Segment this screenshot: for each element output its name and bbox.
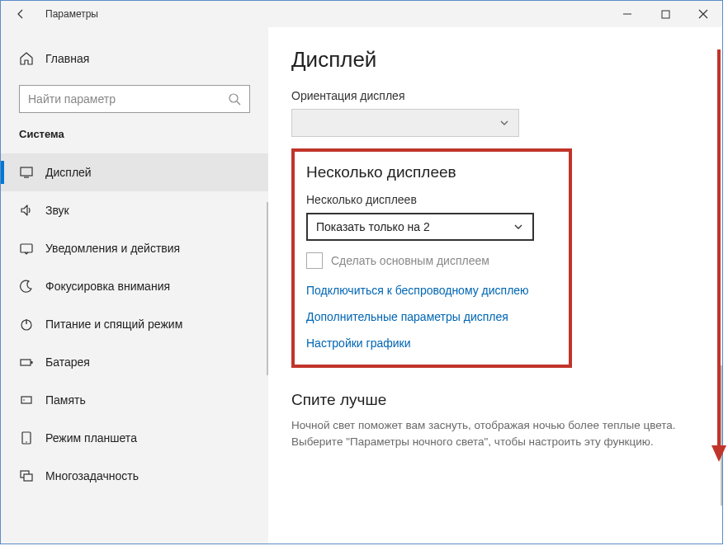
chevron-down-icon — [513, 221, 524, 233]
sidebar: Главная Система Дисплей Звук Уведомлени — [1, 27, 268, 544]
titlebar: Параметры — [1, 1, 722, 27]
battery-icon — [19, 355, 34, 369]
multitasking-icon — [19, 468, 34, 483]
link-advanced-display[interactable]: Дополнительные параметры дисплея — [306, 310, 557, 323]
sidebar-nav: Дисплей Звук Уведомления и действия Фоку… — [1, 153, 268, 495]
sidebar-home[interactable]: Главная — [1, 42, 268, 75]
sleep-better-title: Спите лучше — [291, 391, 699, 409]
page-title: Дисплей — [291, 47, 699, 73]
make-main-display-checkbox[interactable] — [306, 252, 323, 269]
maximize-button[interactable] — [646, 1, 684, 27]
sidebar-item-label: Режим планшета — [45, 431, 137, 445]
sidebar-home-label: Главная — [45, 52, 89, 65]
link-graphics-settings[interactable]: Настройки графики — [306, 336, 557, 350]
sidebar-item-label: Уведомления и действия — [45, 242, 180, 255]
svg-rect-12 — [24, 474, 32, 481]
search-icon — [228, 92, 241, 106]
multi-displays-dropdown[interactable]: Показать только на 2 — [306, 213, 534, 241]
annotation-arrow — [715, 49, 725, 462]
svg-rect-0 — [662, 11, 669, 18]
orientation-label: Ориентация дисплея — [291, 89, 699, 102]
maximize-icon — [661, 10, 670, 19]
search-input-wrapper[interactable] — [19, 85, 250, 113]
window-title: Параметры — [40, 8, 98, 20]
sidebar-item-power[interactable]: Питание и спящий режим — [1, 305, 268, 343]
sleep-better-text: Ночной свет поможет вам заснуть, отображ… — [291, 417, 688, 451]
sound-icon — [19, 203, 34, 218]
display-icon — [19, 165, 34, 180]
sidebar-item-tablet[interactable]: Режим планшета — [1, 419, 268, 457]
close-button[interactable] — [684, 1, 722, 27]
sidebar-item-label: Многозадачность — [45, 469, 139, 482]
chevron-down-icon — [499, 117, 510, 129]
svg-point-1 — [229, 94, 238, 102]
minimize-button[interactable] — [608, 1, 646, 27]
sidebar-category: Система — [1, 128, 268, 148]
link-wireless-display[interactable]: Подключиться к беспроводному дисплею — [306, 284, 557, 297]
storage-icon — [19, 393, 34, 407]
minimize-icon — [622, 9, 632, 19]
sidebar-item-storage[interactable]: Память — [1, 381, 268, 419]
sidebar-item-label: Память — [45, 393, 86, 407]
sidebar-item-label: Дисплей — [45, 166, 92, 179]
tablet-icon — [19, 431, 34, 445]
power-icon — [19, 317, 34, 332]
notifications-icon — [19, 241, 34, 256]
sidebar-item-multitasking[interactable]: Многозадачность — [1, 457, 268, 495]
moon-icon — [19, 279, 34, 294]
multi-displays-label: Несколько дисплеев — [306, 193, 557, 206]
search-input[interactable] — [28, 92, 228, 106]
home-icon — [19, 51, 34, 66]
svg-point-8 — [23, 399, 25, 401]
sidebar-item-label: Звук — [45, 204, 69, 217]
content-area: Дисплей Ориентация дисплея Несколько дис… — [268, 27, 722, 544]
svg-rect-7 — [21, 397, 31, 403]
make-main-display-checkbox-row: Сделать основным дисплеем — [306, 252, 557, 269]
settings-window: Параметры Главная Система — [0, 0, 723, 544]
svg-rect-6 — [31, 361, 33, 364]
multi-displays-section-title: Несколько дисплеев — [306, 163, 557, 181]
annotation-highlight-box: Несколько дисплеев Несколько дисплеев По… — [291, 148, 572, 368]
sidebar-item-label: Фокусировка внимания — [45, 280, 170, 293]
svg-point-10 — [26, 441, 27, 443]
sidebar-item-notifications[interactable]: Уведомления и действия — [1, 229, 268, 267]
sidebar-item-focus[interactable]: Фокусировка внимания — [1, 267, 268, 305]
make-main-display-label: Сделать основным дисплеем — [331, 254, 489, 267]
sidebar-item-display[interactable]: Дисплей — [1, 153, 268, 191]
svg-rect-5 — [21, 360, 31, 365]
multi-displays-selected: Показать только на 2 — [316, 220, 430, 233]
arrow-left-icon — [14, 7, 27, 21]
svg-rect-3 — [21, 244, 32, 252]
sidebar-item-label: Питание и спящий режим — [45, 318, 182, 331]
sidebar-item-label: Батарея — [45, 355, 90, 369]
sidebar-item-battery[interactable]: Батарея — [1, 343, 268, 381]
back-button[interactable] — [1, 1, 40, 27]
sidebar-item-sound[interactable]: Звук — [1, 191, 268, 229]
close-icon — [698, 9, 708, 19]
svg-rect-2 — [21, 167, 32, 176]
orientation-dropdown[interactable] — [291, 109, 519, 137]
